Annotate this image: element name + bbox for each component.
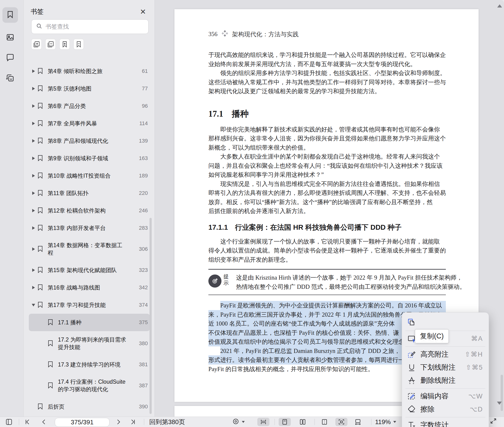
bookmark-item[interactable]: 第17章 学习和提升技能374	[29, 296, 150, 314]
bookmark-label: 第11章 团队拓扑	[48, 190, 88, 197]
menu-item-label: 字数统计	[420, 420, 449, 427]
bookmark-label: 17.3 建立持续学习的环境	[58, 361, 120, 368]
bookmark-item[interactable]: 17.3 建立持续学习的环境381	[29, 356, 150, 373]
bookmark-page-number: 374	[137, 302, 148, 308]
tip-label: 提示	[223, 274, 229, 286]
bookmark-item[interactable]: 第9章 识别领域和子领域163	[29, 150, 150, 167]
bookmark-item[interactable]: 第6章 产品分类96	[29, 97, 150, 115]
sidebar-tab-bookmarks[interactable]	[2, 7, 18, 23]
expand-all-button[interactable]	[31, 39, 42, 50]
bookmark-item[interactable]: 第4章 倾听和绘图之旅61	[29, 62, 150, 80]
search-input[interactable]	[45, 23, 138, 30]
bookmark-toolbar	[31, 39, 84, 50]
strikethrough-annotation-icon	[407, 376, 417, 385]
bookmark-item[interactable]: 17.4 行业案例：CloudSuite 的学习驱动的现代化387	[29, 373, 150, 398]
bookmark-item[interactable]: 17.1 播种375	[29, 314, 150, 331]
bookmark-item[interactable]: 第16章 战略与路线图342	[29, 279, 150, 296]
next-page-button[interactable]	[113, 418, 124, 426]
last-page-button[interactable]	[128, 418, 138, 426]
chevron-right-icon[interactable]	[30, 87, 37, 90]
sidebar-tab-thumbnails[interactable]	[2, 30, 18, 46]
single-page-button[interactable]	[279, 418, 291, 426]
back-to-page-button[interactable]: 回到第380页	[149, 418, 185, 426]
bookmark-icon	[37, 301, 44, 309]
menu-shortcut: ⇧⌘H	[465, 351, 483, 358]
bookmark-page-number: 61	[140, 68, 148, 74]
page-number-input[interactable]	[55, 418, 110, 427]
section-heading: 17.1 播种	[208, 108, 446, 120]
chevron-right-icon[interactable]	[30, 226, 37, 230]
scroll-down-arrow-icon[interactable]	[497, 402, 502, 405]
bookmark-item[interactable]: 第5章 沃德利地图77	[29, 80, 150, 97]
menu-item-highlight-annotation[interactable]: 高亮附注⇧⌘H	[402, 348, 489, 361]
remove-bookmark-button[interactable]	[73, 39, 84, 50]
chevron-right-icon[interactable]	[30, 69, 37, 73]
menu-item-strikethrough-annotation[interactable]: 删除线附注	[402, 374, 489, 387]
chevron-right-icon[interactable]	[30, 157, 37, 160]
menu-item-copy[interactable]: 复制(C)	[402, 315, 489, 329]
add-bookmark-button[interactable]	[59, 39, 70, 50]
menu-item-label: 下划线附注	[420, 363, 456, 372]
sidebar-tab-export[interactable]: w	[2, 71, 18, 86]
menu-item-word-count[interactable]: 字数统计	[402, 419, 489, 427]
expand-fullscreen-icon[interactable]	[489, 417, 497, 426]
bookmark-item[interactable]: 第11章 团队拓扑220	[29, 184, 150, 202]
chevron-right-icon[interactable]	[30, 104, 37, 108]
sidebar-toggle-button[interactable]	[4, 418, 14, 426]
bookmark-item[interactable]: 第10章 战略性IT投资组合189	[29, 167, 150, 184]
diamond-ornament-icon	[221, 30, 228, 38]
menu-item-eraser[interactable]: 擦除⌥D	[402, 403, 489, 416]
bookmark-icon	[37, 190, 44, 197]
continuous-scroll-button[interactable]	[257, 418, 269, 426]
bookmark-item[interactable]: 第8章 产品和领域现代化139	[29, 132, 150, 150]
text-line: 于现代高效能的组织来说，学习和提升技能是一个融入公司基因的持续过程。它可以确保企	[208, 50, 446, 60]
paragraph: 即使你完美地解释了新技术或新实践的好处，管理者或其他同事有时也可能不会像你那样感…	[208, 125, 446, 216]
view-mode-button[interactable]	[231, 418, 246, 426]
bookmark-search-field[interactable]	[31, 19, 149, 34]
chevron-right-icon[interactable]	[30, 247, 37, 251]
scroll-up-arrow-icon[interactable]	[497, 4, 502, 8]
prev-page-button[interactable]	[39, 418, 49, 426]
bookmark-page-number: 163	[137, 155, 148, 161]
bookmark-page-number: 96	[140, 103, 148, 109]
bookmark-item[interactable]: 17.2 为即将到来的项目需求提升技能380	[29, 331, 150, 356]
bookmark-item[interactable]: 第7章 全局事件风暴114	[29, 115, 150, 132]
bookmark-item[interactable]: 第13章 内部开发者平台283	[29, 219, 150, 237]
chevron-down-icon[interactable]	[30, 304, 37, 306]
menu-item-underline-annotation[interactable]: 下划线附注⇧⌘5	[402, 361, 489, 374]
chevron-right-icon[interactable]	[30, 268, 37, 272]
fit-page-button[interactable]	[335, 418, 347, 426]
bookmark-icon	[37, 207, 44, 214]
comment-icon	[6, 53, 15, 63]
zoom-level-button[interactable]: 119%	[375, 418, 396, 426]
fit-width-button[interactable]	[352, 418, 364, 426]
bookmark-item[interactable]: 第12章 松耦合软件架构246	[29, 202, 150, 219]
two-page-button[interactable]	[297, 418, 309, 426]
bookmark-item[interactable]: 第15章 架构现代化赋能团队323	[29, 261, 150, 279]
text-line: 架构现代化以及更广泛领域相关的最常见的学习和提升技能方法。	[208, 87, 446, 96]
bookmark-item[interactable]: 后折页390	[29, 398, 150, 415]
chevron-right-icon[interactable]	[30, 174, 37, 177]
text-line: 即将引入的方法具有很大的潜力，那么即使遇到挫折或周围人不理解、不支持，也不会轻易	[208, 188, 446, 198]
split-view-button[interactable]	[318, 418, 331, 426]
chevron-right-icon[interactable]	[30, 209, 37, 212]
menu-item-edit-content[interactable]: 编辑内容⌥W	[402, 390, 489, 403]
chevron-right-icon[interactable]	[30, 122, 37, 125]
bookmark-icon	[37, 120, 44, 127]
bookmark-item[interactable]: 第14章 数据网格：变革数据工程306	[29, 237, 150, 261]
chevron-right-icon[interactable]	[30, 286, 37, 289]
sidebar-scrollbar[interactable]	[150, 218, 152, 414]
word-count-icon	[407, 420, 417, 427]
bookmark-label: 第16章 战略与路线图	[48, 284, 100, 291]
sidebar-tab-annotations[interactable]	[2, 50, 18, 66]
chevron-right-icon[interactable]	[30, 191, 37, 195]
export-icon: w	[6, 73, 15, 84]
close-sidebar-button[interactable]: ✕	[138, 7, 148, 16]
bookmark-list: 第4章 倾听和绘图之旅61第5章 沃德利地图77第6章 产品分类96第7章 全局…	[29, 62, 150, 417]
first-page-button[interactable]	[22, 418, 32, 426]
document-scrollbar[interactable]	[501, 375, 503, 411]
collapse-all-button[interactable]	[45, 39, 56, 50]
bookmark-label: 第4章 倾听和绘图之旅	[48, 68, 102, 75]
chevron-right-icon[interactable]	[30, 139, 37, 143]
tip-target-icon	[208, 274, 221, 288]
